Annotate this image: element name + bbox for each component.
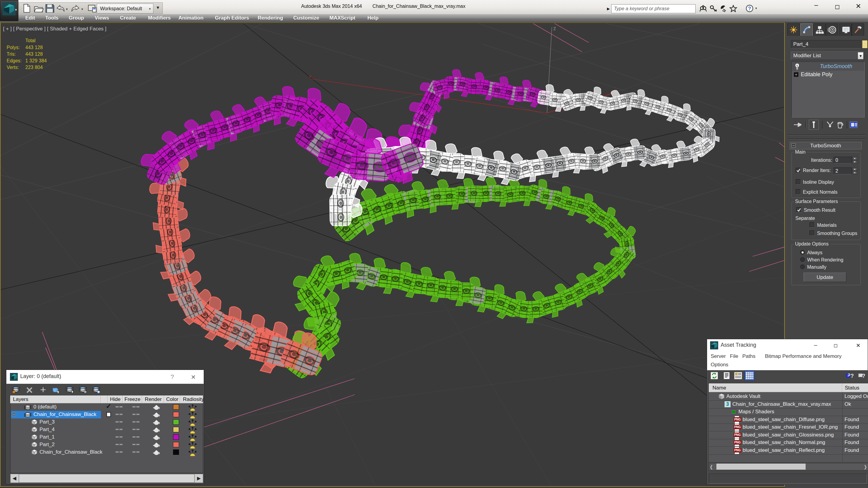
svg-text:Y: Y	[309, 74, 312, 79]
svg-text:?: ?	[862, 373, 865, 379]
svg-text:?: ?	[748, 6, 751, 11]
svg-text:Z: Z	[553, 26, 556, 31]
svg-text:?: ?	[850, 373, 854, 379]
